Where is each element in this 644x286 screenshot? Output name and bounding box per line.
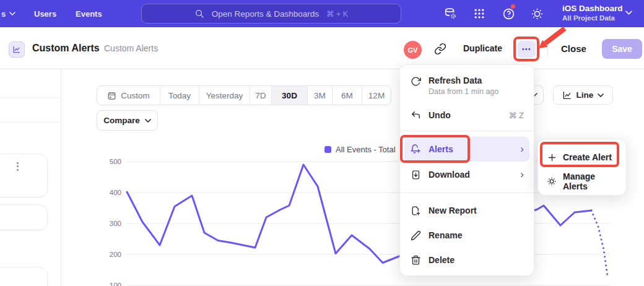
- compare-button[interactable]: Compare: [97, 110, 158, 131]
- range-label: 12M: [368, 91, 385, 100]
- chart-type-button[interactable]: Line: [553, 85, 613, 105]
- menu-item-label: Delete: [429, 255, 455, 265]
- date-range-control: Custom Today Yesterday 7D 30D 3M 6M 12M: [97, 85, 391, 105]
- undo-icon: [410, 110, 421, 121]
- menu-item-refresh-data[interactable]: Refresh Data Data from 1 min ago: [400, 71, 534, 100]
- new-report-icon: [410, 205, 421, 216]
- menu-item-undo[interactable]: Undo ⌘ Z: [400, 103, 534, 127]
- project-scope: All Project Data: [562, 14, 623, 22]
- chart-legend[interactable]: All Events - Total: [324, 145, 396, 154]
- apps-grid-icon[interactable]: [472, 6, 487, 21]
- menu-item-label: New Report: [429, 206, 477, 215]
- pencil-icon: [410, 230, 421, 241]
- sidebar-card[interactable]: [0, 204, 48, 230]
- breadcrumb[interactable]: Custom Alerts: [104, 27, 158, 69]
- sidebar-divider: [0, 97, 61, 98]
- alerts-submenu: Create Alert Manage Alerts: [537, 139, 627, 196]
- plus-icon: [547, 152, 557, 163]
- series-line-projected: [591, 210, 607, 276]
- sidebar-divider: [0, 122, 61, 123]
- gear-icon: [547, 176, 557, 187]
- chevron-down-icon: [625, 11, 632, 15]
- menu-item-alerts[interactable]: Alerts ›: [404, 137, 529, 162]
- range-label: Today: [168, 91, 191, 100]
- trash-icon: [410, 254, 421, 266]
- project-switcher[interactable]: iOS Dashboard All Project Data: [562, 3, 623, 22]
- range-label: 30D: [282, 91, 297, 100]
- chevron-down-icon: [598, 93, 604, 97]
- top-navbar: s Users Events Open Reports & Dashboards…: [0, 0, 644, 27]
- y-tick-label: 500: [110, 158, 121, 165]
- search-placeholder: Open Reports & Dashboards: [212, 9, 319, 19]
- menu-item-rename[interactable]: Rename: [400, 223, 534, 247]
- download-icon: [410, 169, 421, 180]
- range-today[interactable]: Today: [160, 86, 199, 105]
- nav-item-events[interactable]: Events: [76, 0, 102, 27]
- chevron-right-icon: ›: [520, 171, 524, 178]
- range-30d-selected[interactable]: 30D: [271, 86, 307, 105]
- nav-item-users[interactable]: Users: [34, 0, 56, 27]
- save-button[interactable]: Save: [602, 39, 642, 59]
- data-management-icon[interactable]: [443, 6, 458, 21]
- close-label: Close: [561, 43, 586, 54]
- menu-item-label: Refresh Data: [429, 76, 498, 85]
- sidebar-card[interactable]: [0, 154, 48, 197]
- overflow-menu-button[interactable]: •••: [518, 41, 536, 58]
- chart-type-label: Line: [577, 90, 594, 100]
- menu-item-download[interactable]: Download ›: [400, 163, 534, 186]
- legend-swatch: [324, 146, 331, 153]
- submenu-item-create-alert[interactable]: Create Alert: [538, 144, 626, 170]
- sidebar-card[interactable]: [0, 267, 48, 286]
- legend-label: All Events - Total: [336, 145, 396, 154]
- menu-item-new-report[interactable]: New Report: [400, 199, 534, 222]
- range-6m[interactable]: 6M: [332, 86, 362, 105]
- nav-users-label: Users: [34, 9, 56, 19]
- global-search-input[interactable]: Open Reports & Dashboards ⌘ + K: [141, 4, 401, 24]
- range-custom[interactable]: Custom: [97, 86, 160, 105]
- sidebar-border: [61, 69, 61, 286]
- nav-item-partial[interactable]: s: [1, 0, 15, 27]
- close-button[interactable]: Close: [561, 27, 586, 69]
- range-7d[interactable]: 7D: [250, 86, 271, 105]
- range-label: 3M: [314, 91, 326, 100]
- chevron-down-icon: [145, 119, 151, 123]
- report-header: Custom Alerts Custom Alerts GV Duplicate…: [0, 27, 644, 69]
- search-icon: [194, 9, 204, 19]
- range-3m[interactable]: 3M: [307, 86, 332, 105]
- compare-label: Compare: [103, 116, 140, 125]
- menu-item-label: Rename: [429, 230, 462, 240]
- kebab-menu-icon[interactable]: [13, 160, 22, 174]
- avatar[interactable]: GV: [404, 41, 422, 59]
- chevron-right-icon: ›: [520, 145, 524, 153]
- menu-item-shortcut: ⌘ Z: [508, 111, 524, 120]
- duplicate-button[interactable]: Duplicate: [463, 27, 502, 69]
- range-label: 6M: [341, 91, 353, 100]
- line-chart-icon: [562, 90, 572, 100]
- project-name: iOS Dashboard: [562, 3, 623, 14]
- duplicate-label: Duplicate: [463, 43, 502, 53]
- menu-item-label: Alerts: [429, 144, 453, 154]
- avatar-initials: GV: [408, 46, 418, 54]
- y-tick-label: 400: [110, 189, 121, 196]
- menu-item-sublabel: Data from 1 min ago: [429, 87, 498, 96]
- copy-link-icon[interactable]: [434, 43, 448, 56]
- search-shortcut: ⌘ + K: [326, 9, 348, 19]
- submenu-item-manage-alerts[interactable]: Manage Alerts: [538, 170, 626, 193]
- range-12m[interactable]: 12M: [362, 86, 391, 105]
- menu-divider: [400, 131, 534, 131]
- nav-events-label: Events: [76, 9, 102, 19]
- report-type-icon: [9, 41, 25, 58]
- range-label: Yesterday: [206, 91, 243, 100]
- range-label: 7D: [255, 91, 266, 100]
- overflow-menu: Refresh Data Data from 1 min ago Undo ⌘ …: [399, 64, 534, 276]
- menu-divider: [400, 193, 534, 193]
- range-yesterday[interactable]: Yesterday: [199, 86, 250, 105]
- bell-plus-icon: [410, 144, 421, 155]
- menu-item-delete[interactable]: Delete: [400, 248, 534, 272]
- chevron-down-icon: [9, 12, 15, 15]
- submenu-item-label: Manage Alerts: [563, 171, 617, 191]
- refresh-icon: [410, 76, 421, 87]
- page-title: Custom Alerts: [32, 27, 100, 69]
- settings-gear-icon[interactable]: [529, 6, 544, 21]
- notification-dot: [510, 4, 516, 9]
